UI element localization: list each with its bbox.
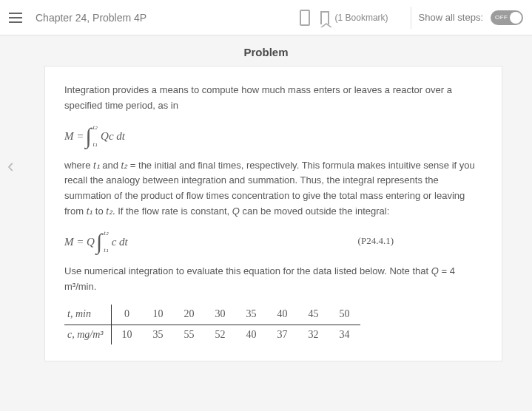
explanation-paragraph: where t₁ and t₂ = the initial and final …	[64, 158, 482, 220]
eq1-body: Qc dt	[101, 127, 125, 145]
intro-paragraph: Integration provides a means to compute …	[64, 83, 482, 114]
prev-arrow-icon[interactable]: ‹	[7, 154, 14, 177]
toggle-state-text: OFF	[495, 14, 508, 21]
equation-1: M = ∫ t₂ t₁ Qc dt	[64, 124, 482, 148]
data-table: t, min 0 10 20 30 35 40 45 50 c, mg/m³ 1…	[64, 305, 360, 344]
equation-2: M = Q ∫ t₂ t₁ c dt (P24.4.1)	[64, 230, 482, 254]
section-heading: Problem	[0, 35, 532, 66]
t-label: t, min	[67, 308, 91, 319]
table-row: c, mg/m³ 10 35 55 52 40 37 32 34	[64, 325, 360, 344]
bookmark-icon	[320, 11, 329, 24]
divider	[411, 7, 411, 29]
c-label: c, mg/m³	[67, 329, 104, 340]
show-steps-toggle[interactable]: OFF	[491, 10, 523, 25]
eq2-upper-limit: t₂	[104, 230, 109, 237]
toggle-knob	[510, 12, 522, 24]
eq1-lhs: M =	[64, 127, 84, 145]
problem-card: Integration provides a means to compute …	[44, 66, 502, 361]
integral-icon: ∫	[96, 233, 102, 251]
instruction-paragraph: Use numerical integration to evaluate th…	[64, 264, 482, 295]
table-row: t, min 0 10 20 30 35 40 45 50	[64, 305, 360, 325]
eq1-lower-limit: t₁	[93, 141, 98, 148]
eq1-upper-limit: t₂	[93, 124, 98, 131]
menu-icon[interactable]	[9, 13, 22, 23]
bookmark-button[interactable]: (1 Bookmark)	[320, 11, 388, 24]
header-bar: Chapter 24, Problem 4P (1 Bookmark) Show…	[0, 0, 532, 35]
eq2-body: c dt	[112, 233, 128, 251]
eq2-lower-limit: t₁	[104, 247, 109, 254]
page-title: Chapter 24, Problem 4P	[36, 12, 147, 24]
device-icon[interactable]	[300, 10, 310, 26]
eq2-lhs: M = Q	[64, 233, 95, 251]
show-steps-label: Show all steps:	[419, 12, 483, 23]
equation-label: (P24.4.1)	[358, 234, 482, 249]
bookmark-count: (1 Bookmark)	[335, 13, 388, 23]
integral-icon: ∫	[85, 127, 91, 145]
